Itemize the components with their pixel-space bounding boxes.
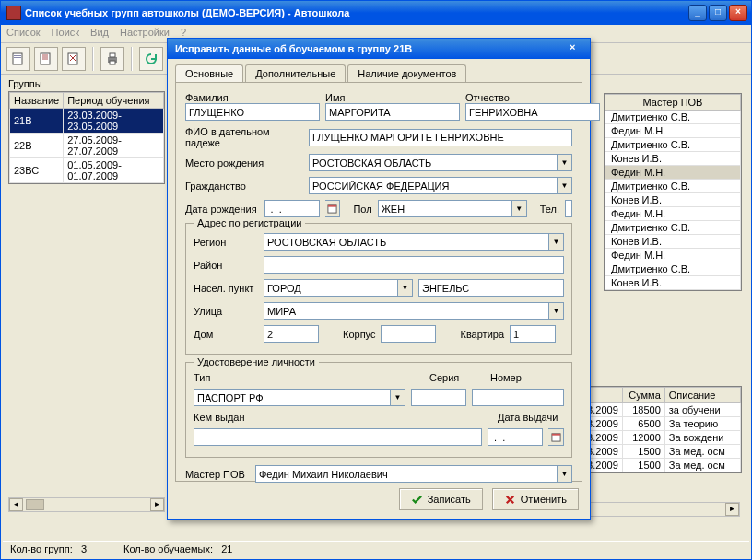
payments-col-desc[interactable]: Описание [664,388,740,403]
toolbar-edit-icon[interactable] [34,47,58,71]
house-input[interactable] [264,325,319,343]
save-button[interactable]: Записать [399,488,483,510]
birthdate-input[interactable] [264,200,320,217]
table-row[interactable]: Федин М.Н. [605,249,741,262]
maximize-button[interactable]: □ [709,5,727,21]
groups-row[interactable]: 23ВС 01.05.2009-01.07.2009 [10,158,164,183]
toolbar-refresh-icon[interactable] [139,47,163,71]
svg-rect-7 [110,61,115,64]
chevron-down-icon[interactable]: ▼ [548,233,564,251]
table-row[interactable]: Федин М.Н. [605,166,741,180]
calendar-icon[interactable] [325,200,341,217]
masters-grid[interactable]: Мастер ПОВ Дмитриенко С.В. Федин М.Н. Дм… [604,93,742,291]
table-row[interactable]: Дмитриенко С.В. [605,221,741,235]
table-row[interactable]: Конев И.В. [605,235,741,249]
apt-input[interactable] [510,325,556,343]
building-input[interactable] [381,325,436,343]
groups-col-name[interactable]: Название [10,93,64,109]
menu-list[interactable]: Список [6,27,41,41]
street-input[interactable] [264,302,548,320]
table-row[interactable]: Федин М.Н. [605,124,741,138]
cancel-button[interactable]: Отменить [492,488,579,510]
app-icon [6,6,21,20]
table-row[interactable]: Дмитриенко С.В. [605,111,741,124]
menu-search[interactable]: Поиск [52,27,79,41]
chevron-down-icon[interactable]: ▼ [548,302,564,320]
menu-settings[interactable]: Настройки [120,27,170,41]
svg-rect-11 [551,434,559,436]
table-row[interactable]: 03.200912000За вождени [578,431,741,445]
chevron-down-icon[interactable]: ▼ [557,465,572,483]
district-input[interactable] [264,256,564,274]
table-row[interactable]: Федин М.Н. [605,207,741,221]
toolbar-new-icon[interactable] [6,47,30,71]
birthplace-input[interactable] [309,154,557,171]
label-birthplace: Место рождения [185,158,303,169]
chevron-down-icon[interactable]: ▼ [511,200,527,217]
payments-scroll-h[interactable]: ◄ ► [574,502,740,517]
citizenship-input[interactable] [309,177,557,194]
table-row[interactable]: Конев И.В. [605,276,741,290]
table-row[interactable]: 03.20096500За теорию [578,417,741,431]
issued-by-input[interactable] [194,428,482,446]
toolbar-delete-icon[interactable] [62,47,86,71]
scroll-left-icon[interactable]: ◄ [9,498,23,511]
dialog-close-button[interactable]: × [570,41,586,56]
label-fio-dative: ФИО в дательном падеже [185,126,303,148]
name-input[interactable] [325,103,460,121]
payments-col-sum[interactable]: Сумма [622,388,664,403]
table-row[interactable]: Конев И.В. [605,193,741,207]
id-type-input[interactable] [194,389,390,406]
table-row[interactable]: Дмитриенко С.В. [605,180,741,193]
surname-input[interactable] [185,103,320,121]
groups-row[interactable]: 21В 23.03.2009-23.05.2009 [10,109,164,134]
groups-grid[interactable]: Название Период обучения 21В 23.03.2009-… [8,91,165,184]
chevron-down-icon[interactable]: ▼ [390,389,405,406]
table-row[interactable]: 03.200918500за обучени [578,403,741,417]
scroll-thumb[interactable] [26,499,44,510]
master-input[interactable] [255,465,557,483]
chevron-down-icon[interactable]: ▼ [397,279,413,297]
groups-row[interactable]: 22В 27.05.2009-27.07.2009 [10,134,164,158]
locality-type-input[interactable] [264,279,397,297]
fio-dative-input[interactable] [309,129,572,146]
scroll-right-icon[interactable]: ► [150,498,164,511]
groups-col-period[interactable]: Период обучения [64,93,164,109]
tab-main[interactable]: Основные [175,64,243,82]
tab-extra[interactable]: Дополнительные [245,64,346,82]
table-row[interactable]: 03.20091500За мед. осм [578,445,741,459]
status-groups: Кол-во групп: 3 [10,543,87,555]
tab-docs[interactable]: Наличие документов [347,64,466,82]
main-titlebar: Список учебных групп автошколы (ДЕМО-ВЕР… [1,1,751,25]
dialog-tabs: Основные Дополнительные Наличие документ… [168,59,590,82]
label-phone: Тел. [540,204,559,215]
phone-input[interactable] [565,200,572,217]
label-apt: Квартира [460,329,504,340]
dialog-buttons: Записать Отменить [399,488,579,510]
toolbar-print-icon[interactable] [100,47,124,71]
groups-scroll-h[interactable]: ◄ ► [8,497,165,512]
id-series-input[interactable] [411,389,466,406]
locality-input[interactable] [418,279,564,297]
issue-date-input[interactable] [488,428,543,446]
sex-input[interactable] [378,200,511,217]
close-button[interactable]: × [729,5,747,21]
chevron-down-icon[interactable]: ▼ [557,154,572,171]
table-row[interactable]: 03.20091500За мед. осм [578,459,741,472]
payments-grid[interactable]: Сумма Описание 03.200918500за обучени 03… [576,386,742,473]
table-row[interactable]: Дмитриенко С.В. [605,138,741,152]
label-name: Имя [325,92,460,103]
label-house: Дом [194,329,258,340]
scroll-right-icon[interactable]: ► [725,503,739,516]
calendar-icon[interactable] [548,428,564,446]
menu-view[interactable]: Вид [90,27,109,41]
id-number-input[interactable] [472,389,564,406]
label-surname: Фамилия [185,92,320,103]
patronymic-input[interactable] [465,103,600,121]
region-input[interactable] [264,233,548,251]
table-row[interactable]: Дмитриенко С.В. [605,262,741,276]
chevron-down-icon[interactable]: ▼ [557,177,572,194]
minimize-button[interactable]: _ [688,5,707,21]
table-row[interactable]: Конев И.В. [605,152,741,166]
masters-header[interactable]: Мастер ПОВ [605,95,741,111]
